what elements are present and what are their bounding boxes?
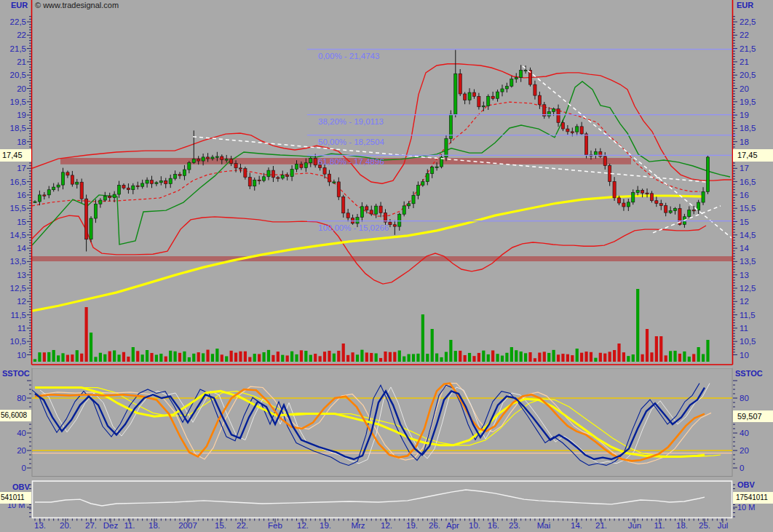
volume-bar	[61, 353, 64, 362]
volume-bar	[76, 350, 79, 362]
candle-body	[487, 96, 490, 106]
candle-body	[435, 167, 438, 167]
volume-bar	[117, 354, 120, 362]
volume-bar	[351, 352, 354, 362]
copyright-watermark: © www.tradesignal.com	[35, 1, 119, 9]
price-axis-label-right: 16,5	[740, 178, 756, 186]
volume-bar	[206, 350, 209, 362]
volume-bar	[398, 351, 401, 362]
volume-bar	[482, 351, 485, 362]
volume-bar	[346, 355, 349, 362]
volume-bar	[281, 355, 284, 362]
candle-body	[393, 225, 396, 226]
candle-body	[188, 162, 191, 170]
candle-body	[603, 156, 606, 166]
sstoc-axis-label-left: 40	[17, 429, 26, 437]
candle-body	[337, 182, 340, 197]
volume-bar	[202, 353, 205, 362]
obv-plot-area[interactable]	[35, 490, 705, 506]
volume-bar	[52, 350, 55, 362]
sstoc-plot-area[interactable]	[30, 384, 732, 466]
time-axis-label: Jul	[718, 521, 729, 530]
obv-value-badge-left: 541011	[0, 492, 31, 504]
price-axis-label-left: 18,5	[10, 124, 26, 132]
candle-body	[459, 74, 461, 94]
volume-bar	[258, 354, 261, 362]
price-axis-label-left: 11,5	[10, 311, 26, 319]
candle-body	[150, 180, 153, 184]
candle-body	[617, 198, 620, 203]
candle-body	[496, 92, 499, 98]
candle-body	[673, 208, 676, 210]
volume-bar	[155, 354, 158, 362]
candle-body	[71, 175, 74, 184]
candle-body	[38, 195, 41, 202]
time-axis-label: 18.	[148, 521, 160, 530]
obv-title-left: OBV	[12, 483, 30, 491]
price-axis-label-right: 21	[740, 57, 749, 66]
candle-body	[584, 134, 587, 155]
volume-bar	[103, 354, 106, 362]
volume-bar	[262, 352, 265, 362]
volume-bar	[389, 352, 392, 362]
price-axis-label-left: 19,5	[10, 98, 26, 106]
volume-bar	[94, 357, 97, 362]
volume-bar	[603, 354, 606, 362]
candle-body	[230, 159, 233, 164]
volume-bar	[609, 352, 611, 362]
candle-body	[277, 178, 280, 178]
candle-body	[650, 194, 653, 201]
volume-bar	[183, 352, 186, 362]
volume-bar	[277, 352, 280, 362]
time-axis-label: 21.	[595, 521, 607, 530]
candle-body	[632, 193, 635, 202]
price-axis-label-right: 16	[740, 191, 749, 199]
volume-bar	[622, 352, 625, 362]
candle-body	[113, 194, 116, 198]
volume-bar	[370, 353, 373, 362]
sstoc-title-right: SSTOC	[735, 369, 763, 378]
volume-bar	[356, 354, 359, 362]
candle-body	[655, 201, 658, 204]
candle-body	[300, 164, 303, 168]
price-axis-label-left: 22	[17, 31, 26, 39]
fibonacci-label: 100,00% - 15,0266	[318, 223, 389, 232]
sstoc-axis-label-left: 0	[22, 464, 26, 472]
candle-body	[290, 169, 293, 176]
volume-bar	[136, 351, 139, 362]
volume-bar	[655, 336, 658, 362]
candle-body	[697, 202, 700, 210]
time-axis-label: Jun	[628, 521, 642, 530]
volume-bar	[426, 354, 429, 362]
volume-bar	[543, 352, 546, 362]
volume-bar	[85, 307, 88, 362]
volume-bar	[599, 353, 602, 362]
candle-body	[398, 214, 401, 226]
candle-body	[132, 186, 135, 190]
sstoc-axis-label-right: 80	[740, 394, 749, 402]
candle-body	[281, 175, 284, 178]
candle-body	[375, 206, 378, 214]
price-axis-label-left: 18	[17, 138, 26, 146]
price-axis-label-left: 15,5	[10, 204, 26, 213]
price-axis-label-right: 15,5	[740, 204, 756, 213]
candle-body	[538, 95, 541, 105]
candle-body	[482, 106, 485, 106]
price-axis-label-left: 10,5	[10, 337, 26, 346]
price-plot-area[interactable]	[32, 49, 733, 362]
candle-body	[122, 185, 125, 188]
chart-canvas[interactable]: 0,00% - 21,474338,20% - 19,011350,00% - …	[0, 0, 773, 532]
volume-bar	[43, 352, 46, 362]
candle-body	[328, 174, 330, 182]
candle-body	[90, 218, 92, 239]
candle-body	[669, 211, 672, 213]
candle-body	[295, 164, 298, 170]
volume-bar	[435, 354, 438, 362]
candle-body	[641, 191, 644, 194]
volume-bar	[33, 360, 36, 362]
candle-body	[464, 94, 467, 100]
price-axis-label-right: 11	[740, 324, 748, 333]
candle-body	[665, 206, 667, 213]
volume-bar	[505, 353, 508, 362]
candle-body	[192, 159, 195, 163]
